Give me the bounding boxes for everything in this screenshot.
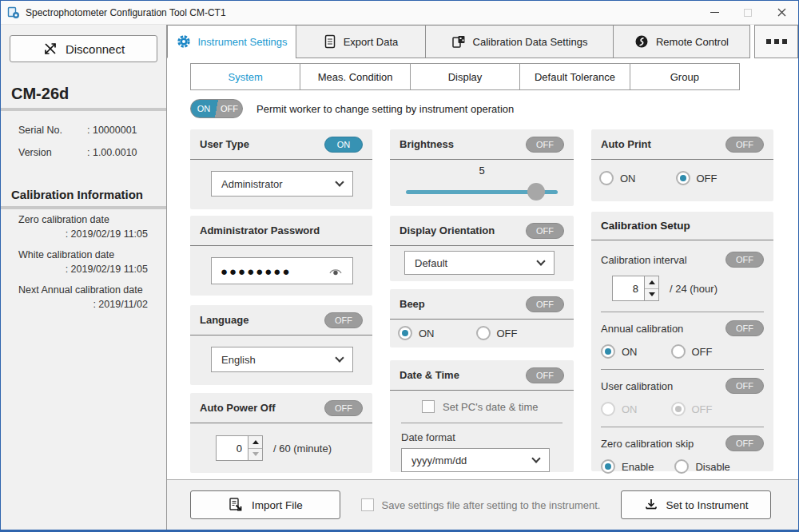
admin-password-input[interactable]: ●●●●●●●●	[211, 257, 353, 284]
version-row: Version : 1.00.0010	[10, 141, 157, 164]
user-type-select[interactable]: Administrator	[211, 171, 353, 197]
auto-power-off-value[interactable]: 0	[216, 435, 248, 461]
stepper-down-button[interactable]	[248, 449, 262, 461]
user-type-state-pill[interactable]: ON	[324, 137, 363, 153]
slider-thumb[interactable]	[527, 183, 545, 200]
language-state-pill[interactable]: OFF	[324, 312, 363, 328]
auto-power-off-card: Auto Power Off OFF 0 / 60 (m	[190, 393, 372, 473]
user-type-card: User Type ON Administrator	[190, 129, 372, 209]
display-orientation-card: Display Orientation OFF Default	[390, 216, 574, 281]
annual-calibration-title: Annual calibration	[601, 323, 683, 335]
chevron-down-icon	[335, 177, 344, 186]
minimize-button[interactable]	[698, 1, 731, 24]
stepper-up-button[interactable]	[645, 276, 658, 289]
calibration-setup-title: Calibration Setup	[591, 212, 773, 240]
date-time-card: Date & Time OFF Set PC's date & time Dat…	[390, 360, 574, 472]
show-password-icon[interactable]	[328, 265, 344, 276]
close-button[interactable]	[765, 1, 798, 24]
display-orientation-select[interactable]: Default	[404, 251, 555, 275]
permit-toggle[interactable]: ON OFF	[190, 99, 243, 118]
user-type-title: User Type	[200, 138, 249, 150]
permit-label: Permit worker to change setting by instr…	[256, 103, 514, 115]
zero-skip-enable-label: Enable	[622, 461, 654, 473]
zero-calibration-skip-state-pill[interactable]: OFF	[725, 435, 764, 451]
language-select[interactable]: English	[211, 347, 353, 372]
disconnect-button[interactable]: Disconnect	[10, 35, 157, 62]
maximize-button[interactable]	[731, 1, 765, 24]
set-to-instrument-button[interactable]: Set to Instrument	[621, 490, 771, 519]
brightness-slider[interactable]	[406, 183, 558, 200]
zero-skip-disable-option[interactable]: Disable	[674, 459, 729, 474]
save-settings-option[interactable]: Save settings file after setting to the …	[361, 498, 601, 511]
auto-print-off-label: OFF	[697, 173, 718, 185]
chevron-down-icon	[536, 256, 545, 265]
date-time-state-pill[interactable]: OFF	[526, 367, 564, 383]
date-format-label: Date format	[401, 431, 574, 443]
auto-print-on-option[interactable]: ON	[599, 171, 636, 185]
date-format-value: yyyy/mm/dd	[411, 455, 467, 466]
serial-row: Serial No. : 10000001	[10, 119, 157, 141]
user-cal-off-label: OFF	[692, 403, 713, 415]
calibration-interval-stepper: 8	[612, 276, 659, 301]
calibration-data-icon	[451, 34, 466, 49]
auto-power-off-title: Auto Power Off	[200, 402, 276, 414]
zero-cal-value: : 2019/02/19 11:05	[10, 227, 157, 244]
annual-calibration-off-option[interactable]: OFF	[671, 344, 713, 359]
display-orientation-state-pill[interactable]: OFF	[526, 223, 564, 239]
tab-calibration-data-settings[interactable]: Calibration Data Settings	[425, 25, 614, 58]
user-calibration-on-option: ON	[601, 402, 638, 416]
divider	[401, 423, 562, 423]
auto-print-off-option[interactable]: OFF	[676, 171, 718, 185]
disconnect-icon	[42, 41, 58, 57]
date-time-title: Date & Time	[400, 369, 459, 381]
version-value: : 1.00.0010	[87, 147, 137, 158]
divider	[601, 369, 764, 370]
subtab-system[interactable]: System	[191, 64, 300, 89]
more-tabs-button[interactable]	[754, 25, 798, 58]
subtab-group[interactable]: Group	[630, 64, 739, 89]
radio-icon	[671, 344, 686, 359]
user-calibration-state-pill[interactable]: OFF	[725, 378, 764, 394]
auto-print-card: Auto Print OFF ON OFF	[591, 129, 773, 201]
arrow-down-icon	[649, 292, 655, 296]
user-type-value: Administrator	[221, 178, 283, 190]
zero-cal-label: Zero calibration date	[10, 209, 157, 227]
tab-remote-control[interactable]: Remote Control	[613, 25, 750, 58]
import-file-button[interactable]: Import File	[190, 490, 340, 519]
brightness-title: Brightness	[400, 138, 454, 150]
tab-export-data[interactable]: Export Data	[296, 25, 426, 58]
beep-on-option[interactable]: ON	[398, 326, 435, 340]
auto-power-off-state-pill[interactable]: OFF	[324, 400, 363, 416]
subtab-bar: System Meas. Condition Display Default T…	[190, 63, 740, 90]
calibration-interval-state-pill[interactable]: OFF	[725, 252, 764, 268]
stepper-up-button[interactable]	[248, 436, 262, 449]
auto-print-state-pill[interactable]: OFF	[725, 137, 764, 153]
document-icon	[324, 34, 336, 49]
user-calibration-title: User calibration	[601, 380, 673, 392]
beep-state-pill[interactable]: OFF	[526, 296, 564, 312]
arrow-up-icon	[252, 440, 259, 444]
annual-calibration-state-pill[interactable]: OFF	[725, 320, 764, 336]
beep-off-option[interactable]: OFF	[476, 326, 518, 340]
import-file-icon	[228, 497, 244, 513]
subtab-display[interactable]: Display	[411, 64, 520, 89]
set-pc-datetime-option[interactable]: Set PC's date & time	[422, 400, 574, 413]
zero-skip-enable-option[interactable]: Enable	[601, 459, 654, 474]
brightness-value: 5	[401, 165, 562, 177]
stepper-down-button[interactable]	[645, 289, 658, 301]
version-label: Version	[18, 147, 87, 158]
calibration-interval-value[interactable]: 8	[612, 276, 644, 301]
sidebar: Disconnect CM-26d Serial No. : 10000001 …	[1, 25, 167, 530]
admin-password-title: Administrator Password	[200, 224, 320, 236]
toggle-off-label: OFF	[217, 100, 242, 117]
white-cal-label: White calibration date	[10, 244, 157, 262]
date-format-select[interactable]: yyyy/mm/dd	[401, 448, 550, 472]
beep-card: Beep OFF ON OFF	[390, 289, 574, 347]
brightness-state-pill[interactable]: OFF	[526, 137, 564, 153]
checkbox-icon	[422, 400, 435, 413]
subtab-meas-condition[interactable]: Meas. Condition	[300, 64, 410, 89]
tab-instrument-settings[interactable]: Instrument Settings	[167, 25, 296, 58]
annual-calibration-on-option[interactable]: ON	[601, 344, 638, 359]
subtab-default-tolerance[interactable]: Default Tolerance	[520, 64, 630, 89]
remote-control-icon	[634, 34, 649, 49]
